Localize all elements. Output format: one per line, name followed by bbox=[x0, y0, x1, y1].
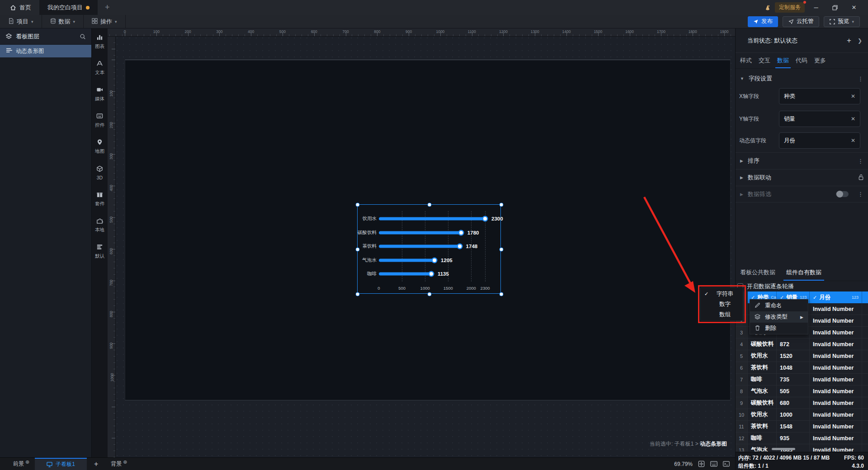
publish-button[interactable]: 发布 bbox=[748, 16, 778, 27]
table-cell[interactable]: Invalid Number bbox=[810, 421, 862, 432]
table-row[interactable]: 13气泡水1005Invalid Number bbox=[736, 444, 868, 451]
data-tab-组件自有数据[interactable]: 组件自有数据 bbox=[786, 264, 821, 281]
table-cell[interactable]: Invalid Number bbox=[810, 327, 862, 338]
selection-handle[interactable] bbox=[356, 203, 360, 207]
fit-screen-icon[interactable] bbox=[698, 461, 705, 467]
table-cell[interactable]: 1520 bbox=[777, 350, 810, 362]
keyboard-icon[interactable] bbox=[710, 461, 717, 467]
table-cell[interactable]: Invalid Number bbox=[810, 315, 862, 327]
table-cell[interactable]: 1548 bbox=[777, 421, 810, 432]
maximize-button[interactable] bbox=[827, 2, 843, 14]
clear-field-icon[interactable]: ✕ bbox=[851, 116, 855, 122]
tab-交互[interactable]: 交互 bbox=[759, 53, 770, 68]
preview-button[interactable]: 预览 ▾ bbox=[824, 16, 860, 27]
section-数据联动[interactable]: ▶数据联动 bbox=[736, 169, 868, 186]
chevron-right-icon[interactable]: ❯ bbox=[858, 38, 862, 44]
table-horizontal-scrollbar[interactable] bbox=[772, 448, 795, 450]
field-settings-header[interactable]: ▼ 字段设置 ⋮ bbox=[736, 71, 868, 86]
table-cell[interactable]: 935 bbox=[777, 432, 810, 444]
table-cell[interactable]: 1048 bbox=[777, 362, 810, 374]
table-cell[interactable]: 1000 bbox=[777, 409, 810, 421]
table-cell[interactable]: Invalid Number bbox=[810, 303, 862, 315]
toolbox-图表[interactable]: 图表 bbox=[92, 28, 108, 55]
dynamic-bar-chart-component[interactable]: 05001000150020002300饮用水2300碳酸饮料1780茶饮料17… bbox=[357, 204, 501, 294]
tab-样式[interactable]: 样式 bbox=[740, 53, 752, 68]
column-header-月份[interactable]: ✓月份123 bbox=[810, 291, 862, 303]
tab-代码[interactable]: 代码 bbox=[796, 53, 807, 68]
table-cell[interactable]: 872 bbox=[777, 338, 810, 350]
table-cell[interactable]: 茶饮料 bbox=[748, 362, 777, 374]
context-修改类型[interactable]: 修改类型▶ bbox=[750, 311, 808, 323]
toolbox-控件[interactable]: 控件 bbox=[92, 107, 108, 133]
selection-handle[interactable] bbox=[500, 248, 504, 252]
toolbox-默认[interactable]: 默认 bbox=[92, 238, 108, 264]
new-tab-button[interactable]: + bbox=[98, 0, 117, 15]
menu-项目[interactable]: 项目▾ bbox=[0, 15, 42, 28]
close-button[interactable]: ✕ bbox=[846, 2, 862, 14]
add-state-button[interactable]: + bbox=[847, 36, 851, 45]
field-input[interactable]: 月份✕ bbox=[779, 132, 860, 149]
add-foreground-icon[interactable]: ⊕ bbox=[25, 459, 29, 465]
table-cell[interactable]: Invalid Number bbox=[810, 409, 862, 421]
tab-project[interactable]: 我的空白项目 bbox=[39, 0, 98, 15]
context-删除[interactable]: 删除 bbox=[750, 323, 808, 334]
add-background-icon[interactable]: ⊕ bbox=[123, 459, 127, 465]
toolbox-本地[interactable]: 本地 bbox=[92, 212, 108, 238]
custom-service-badge[interactable]: 定制服务 bbox=[775, 2, 805, 13]
table-cell[interactable]: Invalid Number bbox=[810, 444, 862, 451]
console-icon[interactable] bbox=[723, 461, 730, 467]
tab-更多[interactable]: 更多 bbox=[814, 53, 826, 68]
table-row[interactable]: 9碳酸饮料680Invalid Number bbox=[736, 397, 868, 409]
filter-toggle[interactable] bbox=[836, 191, 849, 197]
table-cell[interactable]: 680 bbox=[777, 397, 810, 409]
table-cell[interactable]: Invalid Number bbox=[810, 397, 862, 409]
minimize-button[interactable]: ─ bbox=[808, 2, 824, 14]
clear-field-icon[interactable]: ✕ bbox=[851, 93, 855, 99]
table-row[interactable]: 6茶饮料1048Invalid Number bbox=[736, 362, 868, 374]
tab-数据[interactable]: 数据 bbox=[777, 53, 789, 68]
add-board-button[interactable]: + bbox=[87, 458, 105, 470]
toolbox-地图[interactable]: 地图 bbox=[92, 133, 108, 160]
table-row[interactable]: 11茶饮料1548Invalid Number bbox=[736, 421, 868, 432]
type-option-字符串[interactable]: ✓字符串 bbox=[701, 289, 743, 299]
foreground-button[interactable]: 前景 ⊕ bbox=[8, 458, 35, 470]
tab-home[interactable]: 首页 bbox=[0, 0, 39, 15]
table-cell[interactable]: 碳酸饮料 bbox=[748, 338, 777, 350]
toolbox-媒体[interactable]: 媒体 bbox=[92, 81, 108, 107]
table-cell[interactable]: 咖啡 bbox=[748, 432, 777, 444]
menu-操作[interactable]: 操作▾ bbox=[84, 15, 126, 28]
selection-handle[interactable] bbox=[500, 203, 504, 207]
selection-handle[interactable] bbox=[428, 203, 432, 207]
table-row[interactable]: 5饮用水1520Invalid Number bbox=[736, 350, 868, 362]
table-cell[interactable]: 735 bbox=[777, 374, 810, 385]
search-icon[interactable] bbox=[80, 33, 86, 40]
background-button[interactable]: 背景 ⊕ bbox=[105, 458, 132, 470]
table-cell[interactable]: Invalid Number bbox=[810, 385, 862, 397]
table-row[interactable]: 7咖啡735Invalid Number bbox=[736, 374, 868, 385]
table-cell[interactable]: 咖啡 bbox=[748, 374, 777, 385]
zoom-level[interactable]: 69.79% bbox=[674, 461, 693, 467]
menu-数据[interactable]: 数据▾ bbox=[42, 15, 84, 28]
layer-item[interactable]: 动态条形图 bbox=[0, 45, 91, 57]
table-cell[interactable]: 饮用水 bbox=[748, 350, 777, 362]
table-cell[interactable]: 505 bbox=[777, 385, 810, 397]
section-数据筛选[interactable]: ▶数据筛选⋮ bbox=[736, 186, 868, 202]
data-tab-看板公共数据[interactable]: 看板公共数据 bbox=[740, 264, 775, 281]
context-重命名[interactable]: 重命名 bbox=[750, 300, 808, 311]
table-cell[interactable]: 饮用水 bbox=[748, 409, 777, 421]
table-cell[interactable]: Invalid Number bbox=[810, 432, 862, 444]
table-cell[interactable]: 碳酸饮料 bbox=[748, 397, 777, 409]
table-cell[interactable]: Invalid Number bbox=[810, 374, 862, 385]
selection-handle[interactable] bbox=[500, 292, 504, 296]
selection-handle[interactable] bbox=[356, 248, 360, 252]
table-row[interactable]: 10饮用水1000Invalid Number bbox=[736, 409, 868, 421]
kebab-menu-icon[interactable]: ⋮ bbox=[858, 75, 864, 82]
field-input[interactable]: 种类✕ bbox=[779, 88, 860, 104]
toolbox-套件[interactable]: 套件 bbox=[92, 186, 108, 212]
table-cell[interactable]: Invalid Number bbox=[810, 362, 862, 374]
type-option-数字[interactable]: 数字 bbox=[701, 299, 743, 310]
table-cell[interactable]: Invalid Number bbox=[810, 338, 862, 350]
cloud-host-button[interactable]: 云托管 bbox=[783, 16, 820, 27]
kebab-menu-icon[interactable]: ⋮ bbox=[858, 191, 864, 197]
table-row[interactable]: 4碳酸饮料872Invalid Number bbox=[736, 338, 868, 350]
